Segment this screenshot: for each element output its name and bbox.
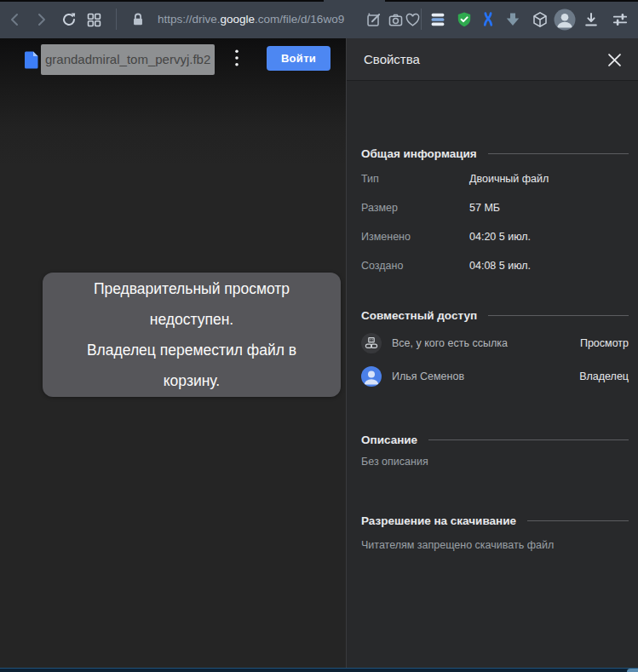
shield-check-icon bbox=[456, 11, 473, 28]
description-text: Без описания bbox=[361, 454, 629, 469]
section-rule bbox=[488, 153, 629, 154]
row-value: Двоичный файл bbox=[469, 170, 549, 187]
drive-preview-area: grandadmiral_tom_pervyj.fb2 Войти Предва… bbox=[0, 38, 346, 669]
section-sharing: Совместный доступ bbox=[361, 307, 629, 324]
avatar-icon bbox=[554, 9, 576, 31]
close-icon bbox=[608, 54, 621, 66]
extension-ribbon-button[interactable] bbox=[476, 8, 500, 32]
heart-icon bbox=[405, 12, 421, 28]
row-value: 04:20 5 июл. bbox=[469, 228, 531, 245]
settings-button[interactable] bbox=[608, 8, 632, 32]
extension-adblock-button[interactable] bbox=[452, 8, 476, 32]
taskbar-corner-highlight bbox=[627, 669, 638, 672]
taskbar-edge bbox=[0, 668, 638, 672]
reload-icon bbox=[60, 11, 78, 28]
sign-in-button[interactable]: Войти bbox=[267, 46, 330, 71]
section-heading: Разрешение на скачивание bbox=[361, 514, 516, 527]
compose-icon bbox=[365, 12, 382, 28]
panel-header: Свойства bbox=[347, 38, 638, 81]
back-button[interactable] bbox=[3, 8, 27, 32]
row-value: 04:08 5 июл. bbox=[469, 257, 531, 274]
toolbar-separator bbox=[116, 9, 117, 30]
extension-package-button[interactable] bbox=[528, 8, 552, 32]
info-row-created: Создано 04:08 5 июл. bbox=[361, 257, 629, 274]
section-heading: Описание bbox=[361, 434, 417, 446]
site-info-button[interactable] bbox=[126, 8, 150, 32]
url-domain: google bbox=[221, 13, 256, 26]
row-label: Размер bbox=[361, 199, 398, 216]
info-row-type: Тип Двоичный файл bbox=[361, 170, 629, 187]
extension-downloader-button[interactable] bbox=[501, 8, 525, 32]
tab-strip-edge-left bbox=[0, 0, 324, 2]
more-actions-button[interactable] bbox=[227, 46, 247, 70]
reload-button[interactable] bbox=[57, 8, 81, 32]
solid-arrow-down-icon bbox=[504, 11, 521, 28]
row-value: 57 МБ bbox=[469, 199, 500, 216]
section-general-info: Общая информация bbox=[361, 145, 629, 162]
section-heading: Общая информация bbox=[361, 147, 477, 160]
browser-toolbar: https://drive.google.com/file/d/16wo9 bbox=[0, 0, 638, 38]
url-scheme: https://drive. bbox=[158, 13, 221, 26]
address-bar[interactable]: https://drive.google.com/file/d/16wo9 bbox=[158, 10, 358, 29]
row-label: Изменено bbox=[361, 228, 411, 245]
panel-title: Свойства bbox=[364, 38, 420, 81]
message-line-1: Предварительный просмотр недоступен. bbox=[76, 273, 308, 335]
properties-panel: Свойства Общая информация Тип Двоичный ф… bbox=[346, 38, 638, 669]
share-principal: Илья Семенов bbox=[392, 366, 464, 387]
file-type-icon bbox=[24, 51, 38, 69]
section-rule bbox=[428, 439, 629, 440]
message-line-2: Владелец переместил файл в корзину. bbox=[76, 335, 308, 396]
anyone-with-link-icon bbox=[361, 333, 382, 353]
row-label: Тип bbox=[361, 170, 379, 187]
preview-unavailable-message: Предварительный просмотр недоступен. Вла… bbox=[43, 273, 341, 397]
section-heading: Совместный доступ bbox=[361, 309, 477, 322]
grid-icon bbox=[86, 12, 102, 28]
info-row-modified: Изменено 04:20 5 июл. bbox=[361, 228, 629, 245]
section-rule bbox=[527, 520, 629, 521]
info-row-size: Размер 57 МБ bbox=[361, 199, 629, 216]
profile-button[interactable] bbox=[553, 8, 577, 32]
share-row-link: Все, у кого есть ссылка Просмотр bbox=[361, 333, 629, 353]
url-path: .com/file/d/16wo9 bbox=[255, 13, 344, 26]
extension-stack-button[interactable] bbox=[426, 8, 450, 32]
downloads-button[interactable] bbox=[579, 8, 603, 32]
file-title: grandadmiral_tom_pervyj.fb2 bbox=[41, 44, 215, 75]
forward-icon bbox=[32, 11, 49, 28]
tab-strip-edge-right bbox=[385, 0, 638, 2]
cube-icon bbox=[532, 11, 549, 28]
forward-button[interactable] bbox=[29, 8, 53, 32]
section-description: Описание bbox=[361, 431, 629, 448]
section-rule bbox=[488, 315, 629, 316]
tune-sliders-icon bbox=[612, 11, 629, 28]
user-avatar-icon bbox=[361, 366, 382, 387]
section-download-permission: Разрешение на скачивание bbox=[361, 512, 629, 529]
close-panel-button[interactable] bbox=[602, 48, 626, 72]
row-label: Создано bbox=[361, 257, 403, 274]
ribbon-icon bbox=[480, 11, 497, 28]
lock-icon bbox=[130, 12, 146, 27]
speed-dial-button[interactable] bbox=[82, 8, 106, 32]
share-row-owner: Илья Семенов Владелец bbox=[361, 366, 629, 387]
layers-icon bbox=[429, 11, 446, 28]
share-role: Владелец bbox=[579, 366, 629, 387]
edit-page-button[interactable] bbox=[361, 8, 385, 32]
download-icon bbox=[583, 11, 600, 28]
back-icon bbox=[7, 11, 24, 28]
toolbar-separator-2 bbox=[421, 9, 422, 30]
share-principal: Все, у кого есть ссылка bbox=[392, 333, 508, 353]
download-permission-text: Читателям запрещено скачивать файл bbox=[361, 537, 629, 553]
more-vertical-icon bbox=[235, 49, 239, 66]
share-role: Просмотр bbox=[580, 333, 629, 353]
